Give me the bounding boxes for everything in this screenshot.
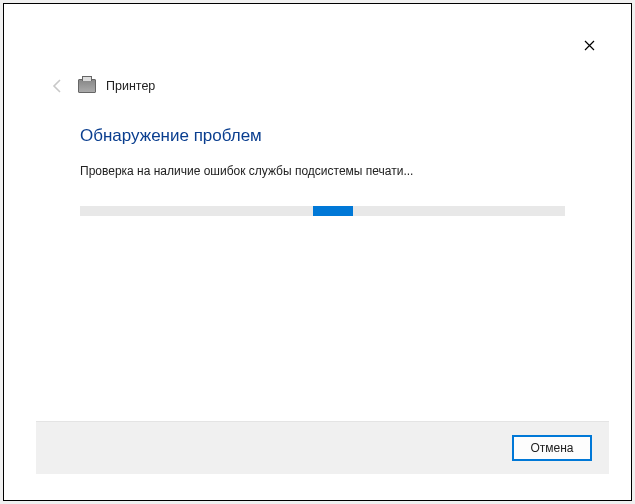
header-row: Принтер [36,68,609,106]
progress-indicator [313,206,353,216]
progress-bar [80,206,565,216]
back-button [48,76,68,96]
close-button[interactable] [573,34,605,58]
window-frame: Принтер Обнаружение проблем Проверка на … [3,3,632,501]
close-icon [584,38,595,54]
window-title: Принтер [106,79,155,93]
status-text: Проверка на наличие ошибок службы подсис… [80,164,565,178]
printer-icon [78,79,96,93]
titlebar [36,30,609,68]
cancel-button[interactable]: Отмена [513,436,591,460]
page-heading: Обнаружение проблем [80,126,565,146]
footer: Отмена [36,421,609,474]
content-area: Обнаружение проблем Проверка на наличие … [36,106,609,421]
troubleshooter-dialog: Принтер Обнаружение проблем Проверка на … [36,30,609,474]
